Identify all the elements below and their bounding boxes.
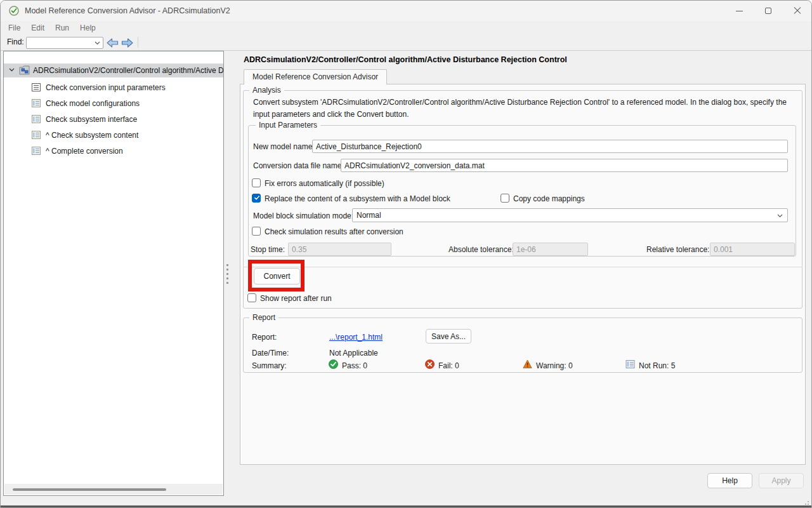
tree-item-check-subsystem-content[interactable]: ^ Check subsystem content [4,127,223,143]
tree-item-label: Check subsystem interface [46,115,137,124]
menu-help[interactable]: Help [79,23,97,32]
splitter-grip-icon [226,264,228,284]
copy-code-mappings-checkbox[interactable] [501,194,509,203]
menu-edit[interactable]: Edit [30,23,46,32]
not-run-count: Not Run: 5 [639,361,675,370]
relative-tolerance-label: Relative tolerance: [646,245,709,254]
close-button[interactable] [783,1,812,21]
advisor-check-icon [9,6,19,16]
absolute-tolerance-label: Absolute tolerance: [449,245,514,254]
main-content: ADRCsimulationV2/Controller/Control algo… [237,51,812,508]
report-legend: Report [249,313,278,322]
tree-item-check-conversion-input-parameters[interactable]: Check conversion input parameters [4,79,223,95]
find-next-button[interactable] [121,36,134,49]
close-icon [794,7,801,15]
tree-item-label: Check model configurations [46,99,140,108]
new-model-name-label: New model name: [253,142,315,151]
tree-item-label: ^ Complete conversion [46,147,123,156]
conversion-data-file-label: Conversion data file name: [253,161,344,170]
titlebar: Model Reference Conversion Advisor - ADR… [1,1,811,21]
tab-model-reference-conversion-advisor[interactable]: Model Reference Conversion Advisor [244,69,387,84]
page-title: ADRCsimulationV2/Controller/Control algo… [244,55,567,64]
stop-time-input [288,243,391,256]
find-combobox[interactable] [26,37,103,49]
fail-icon [425,359,435,369]
simulation-mode-label: Model block simulation mode: [253,211,353,220]
save-as-button[interactable]: Save As... [426,329,471,344]
simulation-mode-select[interactable]: Normal [352,208,788,222]
separator [243,267,802,267]
help-button[interactable]: Help [707,473,752,488]
subsystem-icon [19,65,30,75]
stop-time-label: Stop time: [251,245,285,254]
conversion-data-file-input[interactable] [341,159,788,172]
checks-tree-panel: ADRCsimulationV2/Controller/Control algo… [3,51,224,496]
chevron-down-icon [777,214,783,218]
menubar: File Edit Run Help [1,21,811,34]
minimize-icon [736,11,743,11]
tree-root-label: ADRCsimulationV2/Controller/Control algo… [33,66,223,75]
forward-arrow-icon [121,38,133,48]
tree-item-check-model-configurations[interactable]: Check model configurations [4,95,223,111]
relative-tolerance-input [710,243,795,256]
checklist-icon [32,99,41,107]
check-results-label: Check simulation results after conversio… [265,227,403,236]
analysis-legend: Analysis [249,86,284,95]
scrollbar-thumb[interactable] [13,488,166,491]
find-label: Find: [7,37,24,46]
window-title: Model Reference Conversion Advisor - ADR… [25,1,230,21]
panel-splitter[interactable] [224,51,237,496]
pass-count: Pass: 0 [342,361,367,370]
report-link[interactable]: ...\report_1.html [329,333,383,342]
simulation-mode-value: Normal [357,211,381,220]
check-results-checkbox[interactable] [252,227,261,236]
input-parameters-legend: Input Parameters [256,121,320,130]
menu-file[interactable]: File [7,23,22,32]
absolute-tolerance-input [513,243,588,256]
analysis-description: Convert subsystem 'ADRCsimulationV2/Cont… [253,97,794,120]
tree-item-complete-conversion[interactable]: ^ Complete conversion [4,143,223,159]
checklist-icon [32,131,41,139]
show-report-label: Show report after run [260,294,332,303]
fix-errors-checkbox[interactable] [252,178,261,187]
annotation-highlight-rectangle [248,260,304,291]
checklist-icon [32,83,41,91]
report-label: Report: [252,333,277,342]
replace-content-checkbox[interactable] [252,194,261,203]
chevron-down-icon[interactable] [9,68,15,72]
chevron-down-icon [95,41,100,45]
model-reference-conversion-advisor-window: Model Reference Conversion Advisor - ADR… [0,0,812,508]
find-previous-button[interactable] [106,36,119,49]
find-toolbar: Find: [1,34,811,51]
new-model-name-input[interactable] [312,140,788,153]
apply-button: Apply [759,473,804,488]
toolbar-separator [138,37,138,48]
back-arrow-icon [107,38,119,48]
summary-label: Summary: [252,361,287,370]
fail-count: Fail: 0 [438,361,459,370]
tree-item-label: Check conversion input parameters [46,83,166,92]
checklist-icon [32,147,41,155]
tree-item-label: ^ Check subsystem content [46,131,138,140]
menu-run[interactable]: Run [54,23,70,32]
warning-count: Warning: 0 [536,361,573,370]
replace-content-label: Replace the content of a subsystem with … [265,194,450,203]
tree-root-item[interactable]: ADRCsimulationV2/Controller/Control algo… [4,64,223,77]
horizontal-scrollbar[interactable] [4,484,223,495]
show-report-checkbox[interactable] [247,293,256,302]
window-bottom-edge [1,505,811,507]
minimize-button[interactable] [724,1,754,21]
maximize-icon [765,8,771,14]
datetime-value: Not Applicable [329,349,378,358]
checklist-icon [32,115,41,123]
resize-grip-icon[interactable] [802,498,809,505]
pass-icon [329,359,338,369]
copy-code-mappings-label: Copy code mappings [513,194,585,203]
advisor-tab-panel: Analysis Convert subsystem 'ADRCsimulati… [240,84,806,465]
warning-icon [523,359,532,369]
not-run-icon [625,359,635,369]
datetime-label: Date/Time: [252,349,289,358]
tree-item-check-subsystem-interface[interactable]: Check subsystem interface [4,111,223,127]
maximize-button[interactable] [754,1,783,21]
find-input[interactable] [29,38,92,48]
